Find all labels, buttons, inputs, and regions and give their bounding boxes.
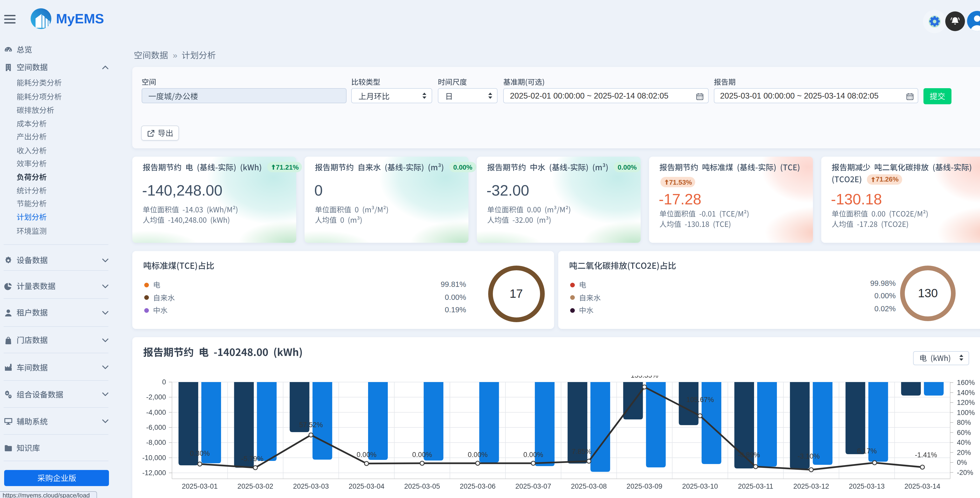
svg-text:2025-03-09: 2025-03-09 <box>627 482 662 490</box>
svg-text:0%: 0% <box>957 458 967 466</box>
svg-text:-4,000: -4,000 <box>146 408 166 416</box>
svg-text:0.30%: 0.30% <box>190 449 210 457</box>
svg-text:105.67%: 105.67% <box>686 396 714 403</box>
svg-text:-10,000: -10,000 <box>142 453 166 461</box>
svg-text:2025-03-11: 2025-03-11 <box>738 482 773 490</box>
svg-text:2025-03-08: 2025-03-08 <box>571 482 607 490</box>
svg-text:2025-03-12: 2025-03-12 <box>793 482 829 490</box>
svg-text:140%: 140% <box>957 388 975 396</box>
svg-text:0.00%: 0.00% <box>523 450 543 458</box>
svg-text:-6,000: -6,000 <box>146 423 166 431</box>
svg-text:-2,000: -2,000 <box>146 393 166 401</box>
svg-text:6.17%: 6.17% <box>857 447 877 455</box>
svg-text:2025-03-02: 2025-03-02 <box>237 482 273 490</box>
svg-text:120%: 120% <box>957 398 975 406</box>
svg-text:80%: 80% <box>957 418 971 426</box>
svg-text:0.00%: 0.00% <box>412 450 432 458</box>
svg-text:2025-03-05: 2025-03-05 <box>404 482 440 490</box>
svg-text:100%: 100% <box>957 409 975 416</box>
svg-text:160%: 160% <box>957 379 975 386</box>
svg-text:-3.10%: -3.10% <box>797 452 820 460</box>
svg-text:-20%: -20% <box>957 468 973 476</box>
svg-text:0.00%: 0.00% <box>468 450 488 458</box>
svg-text:40%: 40% <box>957 438 971 446</box>
svg-text:-0.89%: -0.89% <box>738 451 760 458</box>
svg-text:2025-03-04: 2025-03-04 <box>348 482 384 490</box>
svg-text:2025-03-01: 2025-03-01 <box>182 482 218 490</box>
svg-text:60%: 60% <box>957 428 971 436</box>
svg-text:-1.41%: -1.41% <box>915 451 937 458</box>
svg-text:2025-03-10: 2025-03-10 <box>682 482 718 490</box>
svg-text:0.00%: 0.00% <box>357 450 377 458</box>
svg-text:155.35%: 155.35% <box>631 375 659 379</box>
svg-text:-12,000: -12,000 <box>142 469 166 476</box>
svg-text:57.52%: 57.52% <box>299 421 323 428</box>
svg-text:2025-03-13: 2025-03-13 <box>849 482 885 490</box>
svg-text:2025-03-14: 2025-03-14 <box>905 482 940 490</box>
svg-text:0: 0 <box>162 378 166 386</box>
svg-text:7.85%: 7.85% <box>572 447 592 455</box>
svg-text:2025-03-07: 2025-03-07 <box>515 482 551 490</box>
svg-text:2025-03-03: 2025-03-03 <box>293 482 329 490</box>
svg-text:-8,000: -8,000 <box>146 438 166 446</box>
svg-text:-5.79%: -5.79% <box>241 455 264 463</box>
svg-text:20%: 20% <box>957 449 971 456</box>
svg-text:2025-03-06: 2025-03-06 <box>460 482 496 490</box>
